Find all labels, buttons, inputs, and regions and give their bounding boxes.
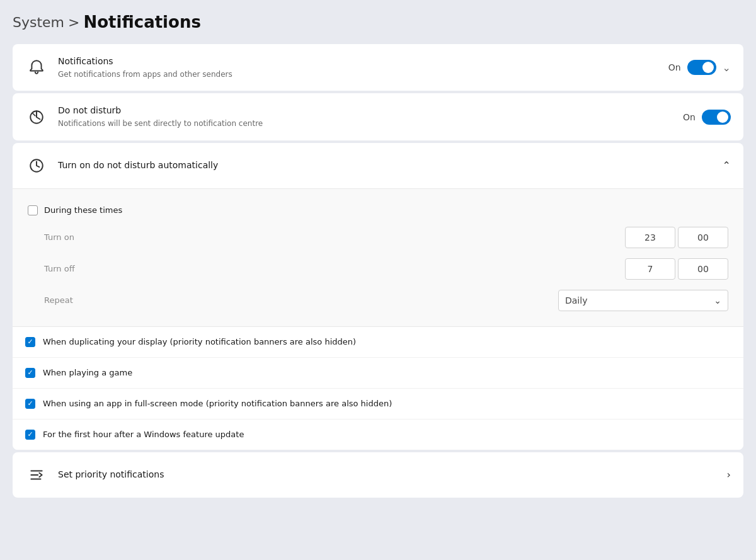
- dnd-icon: [25, 106, 48, 129]
- breadcrumb-system[interactable]: System: [13, 14, 64, 30]
- priority-icon: [25, 464, 48, 486]
- turn-on-row: Turn on 23 00: [28, 222, 728, 253]
- auto-dnd-title: Turn on do not disturb automatically: [58, 159, 713, 172]
- notifications-toggle[interactable]: [687, 60, 716, 75]
- notifications-toggle-label: On: [668, 62, 681, 72]
- dnd-subtitle: Notifications will be sent directly to n…: [58, 118, 673, 129]
- condition-row-1: When playing a game: [13, 357, 743, 388]
- condition-row-2: When using an app in full-screen mode (p…: [13, 388, 743, 419]
- turn-on-hour[interactable]: 23: [625, 227, 675, 248]
- condition-label-0: When duplicating your display (priority …: [43, 337, 356, 346]
- condition-row-0: When duplicating your display (priority …: [13, 326, 743, 357]
- during-times-checkbox[interactable]: [28, 205, 38, 215]
- repeat-chevron-icon: ⌄: [714, 295, 721, 306]
- condition-checkbox-3[interactable]: [25, 430, 35, 440]
- auto-dnd-chevron-icon[interactable]: ⌃: [723, 159, 731, 171]
- turn-on-inputs: 23 00: [625, 227, 728, 248]
- dnd-control: On: [683, 110, 731, 125]
- dnd-card: Do not disturb Notifications will be sen…: [13, 93, 743, 140]
- dnd-toggle-label: On: [683, 112, 696, 122]
- notifications-icon: [25, 56, 48, 79]
- auto-dnd-expanded: During these times Turn on 23 00 Turn of…: [13, 188, 743, 326]
- dnd-row: Do not disturb Notifications will be sen…: [13, 93, 743, 140]
- condition-label-2: When using an app in full-screen mode (p…: [43, 399, 392, 408]
- auto-dnd-card: Turn on do not disturb automatically ⌃ D…: [13, 143, 743, 450]
- priority-row[interactable]: Set priority notifications ›: [13, 452, 743, 498]
- notifications-chevron-icon[interactable]: ⌄: [723, 62, 731, 74]
- breadcrumb-separator: >: [68, 14, 79, 30]
- condition-checkbox-2[interactable]: [25, 399, 35, 409]
- repeat-label: Repeat: [44, 295, 558, 305]
- breadcrumb-current: Notifications: [83, 13, 200, 31]
- repeat-row: Repeat Daily ⌄: [28, 285, 728, 316]
- turn-off-hour[interactable]: 7: [625, 258, 675, 280]
- during-times-label: During these times: [44, 205, 122, 215]
- notifications-title: Notifications: [58, 55, 658, 68]
- turn-on-label: Turn on: [44, 232, 625, 242]
- priority-text: Set priority notifications: [58, 469, 717, 481]
- repeat-select[interactable]: Daily ⌄: [558, 290, 728, 311]
- condition-row-3: For the first hour after a Windows featu…: [13, 419, 743, 450]
- turn-off-minute[interactable]: 00: [678, 258, 728, 280]
- dnd-title: Do not disturb: [58, 105, 673, 117]
- condition-checkbox-0[interactable]: [25, 337, 35, 347]
- settings-container: Notifications Get notifications from app…: [13, 44, 743, 498]
- condition-label-1: When playing a game: [43, 368, 132, 377]
- condition-label-3: For the first hour after a Windows featu…: [43, 430, 244, 439]
- notifications-text: Notifications Get notifications from app…: [58, 55, 658, 79]
- turn-off-row: Turn off 7 00: [28, 253, 728, 285]
- svg-line-1: [33, 113, 35, 115]
- turn-off-inputs: 7 00: [625, 258, 728, 280]
- notifications-row: Notifications Get notifications from app…: [13, 44, 743, 91]
- notifications-subtitle: Get notifications from apps and other se…: [58, 69, 658, 80]
- breadcrumb: System > Notifications: [13, 13, 743, 31]
- priority-card: Set priority notifications ›: [13, 452, 743, 498]
- during-times-row: During these times: [28, 199, 728, 222]
- auto-dnd-icon: [25, 154, 48, 177]
- auto-dnd-text: Turn on do not disturb automatically: [58, 159, 713, 172]
- notifications-card: Notifications Get notifications from app…: [13, 44, 743, 91]
- condition-checkbox-1[interactable]: [25, 368, 35, 378]
- repeat-value: Daily: [565, 295, 587, 306]
- priority-chevron-icon[interactable]: ›: [727, 469, 731, 481]
- turn-on-minute[interactable]: 00: [678, 227, 728, 248]
- dnd-text: Do not disturb Notifications will be sen…: [58, 105, 673, 129]
- auto-dnd-expand-row[interactable]: Turn on do not disturb automatically ⌃: [13, 143, 743, 188]
- notifications-control: On ⌄: [668, 60, 731, 75]
- turn-off-label: Turn off: [44, 264, 625, 273]
- priority-title: Set priority notifications: [58, 469, 717, 481]
- dnd-toggle[interactable]: [702, 110, 731, 125]
